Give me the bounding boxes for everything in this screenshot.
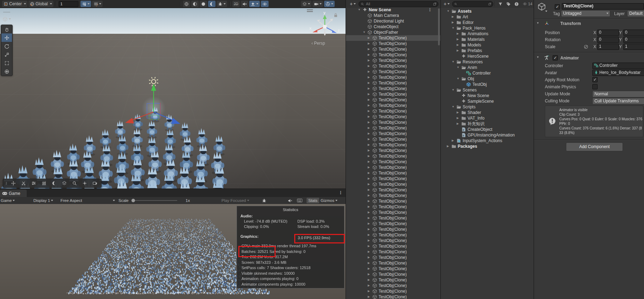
expand-arrow-icon[interactable]: ▶: [368, 255, 370, 260]
gameobject-active-checkbox[interactable]: ✓: [555, 4, 560, 9]
expand-arrow-icon[interactable]: ▶: [452, 20, 454, 25]
hierarchy-item-clone[interactable]: ▶TestObj(Clone): [346, 204, 440, 210]
project-item[interactable]: ▼Resources: [440, 59, 534, 65]
vsync-keyboard-button[interactable]: [297, 197, 302, 204]
shading-shadedwire-button[interactable]: [191, 1, 199, 7]
project-item[interactable]: ▼Scenes: [440, 87, 534, 93]
rotate-tool-button[interactable]: [1, 42, 12, 50]
expand-arrow-icon[interactable]: ▶: [368, 193, 370, 198]
hierarchy-item-clone[interactable]: ▶TestObj(Clone): [346, 272, 440, 277]
expand-arrow-icon[interactable]: ▶: [368, 69, 370, 75]
expand-arrow-icon[interactable]: ▶: [368, 131, 370, 136]
expand-arrow-icon[interactable]: ▶: [368, 272, 370, 277]
hierarchy-item-clone[interactable]: ▶TestObj(Clone): [346, 153, 440, 159]
expand-arrow-icon[interactable]: ▶: [368, 80, 370, 86]
project-item[interactable]: ▶Art: [440, 14, 534, 20]
expand-arrow-icon[interactable]: ▼: [358, 8, 361, 13]
expand-arrow-icon[interactable]: ▼: [452, 87, 455, 93]
increment-snap-toggle[interactable]: [92, 1, 103, 7]
slider-knob[interactable]: [131, 199, 135, 202]
transform-foldout[interactable]: ▼: [536, 21, 539, 25]
animate-physics-checkbox[interactable]: [592, 84, 598, 89]
project-item[interactable]: Controller: [440, 70, 534, 76]
expand-arrow-icon[interactable]: ▶: [368, 260, 370, 266]
center-tool-button[interactable]: [79, 180, 90, 187]
hierarchy-item-clone[interactable]: ▶TestObj(Clone): [346, 187, 440, 193]
project-item[interactable]: ▶Packages: [440, 144, 534, 149]
expand-arrow-icon[interactable]: ▼: [457, 76, 459, 82]
project-item[interactable]: ▶VAT_Info: [440, 115, 534, 121]
project-item[interactable]: ▼Scripts: [440, 104, 534, 110]
game-scale-slider[interactable]: [131, 197, 177, 204]
project-create-button[interactable]: +: [444, 1, 450, 7]
game-gizmos-dropdown[interactable]: Gizmos: [321, 197, 337, 204]
layers-dropdown[interactable]: [301, 1, 311, 7]
perspective-toggle[interactable]: ‹ Persp: [311, 41, 325, 46]
expand-arrow-icon[interactable]: ▶: [368, 187, 370, 193]
hierarchy-scrollbar[interactable]: [438, 8, 440, 298]
hierarchy-item-clone[interactable]: ▶TestObj(Clone): [346, 80, 440, 86]
scene-orientation-gizmo[interactable]: y x z: [309, 11, 341, 41]
expand-arrow-icon[interactable]: ▶: [457, 37, 459, 42]
hierarchy-item-clone[interactable]: ▶TestObj(Clone): [346, 283, 440, 288]
transform-tool-button[interactable]: [1, 67, 12, 76]
hierarchy-item-clone[interactable]: ▶TestObj(Clone): [346, 58, 440, 63]
expand-arrow-icon[interactable]: ▶: [457, 48, 459, 53]
expand-arrow-icon[interactable]: ▶: [368, 165, 370, 170]
apply-root-motion-checkbox[interactable]: ✓: [592, 77, 598, 82]
aspect-ratio-dropdown[interactable]: Free Aspect: [60, 197, 115, 204]
expand-arrow-icon[interactable]: ▶: [447, 144, 449, 149]
expand-arrow-icon[interactable]: ▶: [368, 35, 370, 41]
expand-arrow-icon[interactable]: ▶: [368, 249, 370, 255]
expand-arrow-icon[interactable]: ▶: [368, 136, 370, 142]
project-search-input[interactable]: [458, 1, 488, 6]
project-item[interactable]: ▼Obj: [440, 76, 534, 82]
display-dropdown[interactable]: Display 1: [33, 197, 53, 204]
expand-arrow-icon[interactable]: ▶: [368, 283, 370, 288]
hierarchy-item-clone[interactable]: ▶TestObj(Clone): [346, 165, 440, 170]
position-x-field[interactable]: 0: [597, 30, 619, 36]
controller-object-field[interactable]: Controller: [592, 63, 644, 69]
scale-tool-button[interactable]: [1, 50, 12, 59]
hierarchy-item-clone[interactable]: ▶TestObj(Clone): [346, 148, 440, 153]
hierarchy-item[interactable]: Directional Light: [346, 18, 440, 24]
cut-tool-button[interactable]: [18, 180, 28, 187]
expand-arrow-icon[interactable]: ▶: [368, 46, 370, 52]
hierarchy-item-clone[interactable]: ▶TestObj(Clone): [346, 103, 440, 108]
expand-arrow-icon[interactable]: ▶: [368, 198, 370, 204]
overlay-drag-handle[interactable]: ——: [1, 10, 13, 15]
expand-arrow-icon[interactable]: ▶: [452, 14, 454, 20]
view-options-button[interactable]: [8, 180, 18, 187]
tab-options-menu[interactable]: ⋮: [339, 190, 343, 195]
expand-arrow-icon[interactable]: ▼: [452, 104, 455, 110]
rotation-y-field[interactable]: 0: [623, 37, 644, 43]
expand-arrow-icon[interactable]: ▶: [368, 221, 370, 227]
expand-arrow-icon[interactable]: ▶: [368, 114, 370, 120]
expand-arrow-icon[interactable]: ▶: [368, 103, 370, 108]
search-by-type-icon[interactable]: [498, 2, 503, 6]
expand-arrow-icon[interactable]: ▶: [368, 266, 370, 272]
hierarchy-item-clone[interactable]: ▶TestObj(Clone): [346, 288, 440, 294]
scene-visibility-toggle[interactable]: [261, 1, 269, 7]
project-item[interactable]: ▼Pack_Heros: [440, 25, 534, 31]
expand-arrow-icon[interactable]: ▶: [368, 288, 370, 294]
shading-shaded-button[interactable]: [200, 1, 207, 7]
expand-arrow-icon[interactable]: ▶: [368, 142, 370, 148]
expand-arrow-icon[interactable]: ▶: [368, 91, 370, 97]
expand-arrow-icon[interactable]: ▶: [368, 108, 370, 114]
expand-arrow-icon[interactable]: ▶: [368, 238, 370, 243]
panel-divider[interactable]: [440, 0, 441, 299]
hierarchy-item-clone[interactable]: ▶TestObj(Clone): [346, 46, 440, 52]
avatar-object-field[interactable]: Hero_Ice_BodyAvatar: [592, 70, 644, 76]
rect-tool-button[interactable]: [1, 59, 12, 67]
gizmos-visibility-dropdown[interactable]: [324, 1, 335, 7]
mute-audio-button[interactable]: [288, 197, 292, 204]
alert-filter-icon[interactable]: [514, 2, 519, 6]
project-item[interactable]: ▶Materials: [440, 37, 534, 42]
open-window-icon[interactable]: [488, 2, 491, 6]
hierarchy-search-field[interactable]: [359, 1, 438, 7]
hierarchy-item-clone[interactable]: ▶TestObj(Clone): [346, 35, 440, 41]
frame-debugger-button[interactable]: [262, 197, 266, 204]
animator-enabled-checkbox[interactable]: ✓: [553, 55, 558, 61]
project-search-field[interactable]: [452, 1, 493, 7]
